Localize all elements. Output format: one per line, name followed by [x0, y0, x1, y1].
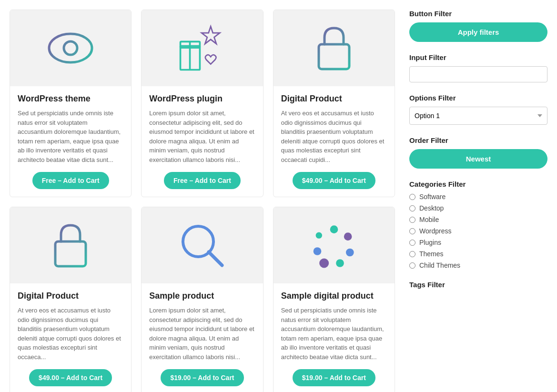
product-title-wp-theme: WordPress theme	[18, 94, 123, 104]
product-title-digital-product-2: Digital Product	[18, 291, 123, 301]
radio-input-child-themes[interactable]	[409, 262, 415, 269]
add-to-cart-btn-sample-product[interactable]: $19.00 – Add to Cart	[161, 369, 243, 386]
radio-input-themes[interactable]	[409, 251, 415, 257]
button-filter-section: Button Filter Apply filters	[409, 10, 547, 42]
order-filter-section: Order Filter Newest	[409, 136, 547, 169]
category-radio-themes[interactable]: Themes	[409, 250, 547, 258]
product-title-sample-product: Sample product	[149, 291, 255, 301]
product-image-digital-product-2	[10, 207, 131, 283]
add-to-cart-btn-wp-plugin[interactable]: Free – Add to Cart	[164, 172, 241, 189]
svg-line-9	[209, 252, 222, 265]
product-desc-digital-product-1: At vero eos et accusamus et iusto odio d…	[281, 109, 387, 164]
svg-rect-6	[319, 44, 349, 69]
product-title-wp-plugin: WordPress plugin	[149, 94, 255, 104]
svg-point-10	[330, 225, 338, 233]
category-radio-software[interactable]: Software	[409, 193, 547, 201]
categories-filter-label: Categories Filter	[409, 180, 547, 188]
radio-input-software[interactable]	[409, 194, 415, 200]
product-body-digital-product-2: Digital Product At vero eos et accusamus…	[10, 283, 131, 392]
input-filter-label: Input Filter	[409, 53, 547, 61]
input-filter-section: Input Filter	[409, 53, 547, 82]
product-desc-wp-plugin: Lorem ipsum dolor sit amet, consectetur …	[149, 109, 255, 164]
product-title-sample-digital: Sample digital product	[281, 291, 387, 301]
product-image-sample-digital	[273, 207, 395, 283]
sidebar: Button Filter Apply filters Input Filter…	[409, 10, 547, 392]
category-radio-wordpress[interactable]: Wordpress	[409, 227, 547, 235]
svg-point-13	[336, 259, 344, 267]
category-label-child-themes: Child Themes	[419, 261, 460, 269]
svg-point-1	[64, 41, 77, 55]
svg-point-14	[319, 259, 329, 268]
tags-filter-label: Tags Filter	[409, 281, 547, 289]
product-card-digital-product-1: Digital Product At vero eos et accusamus…	[273, 10, 395, 197]
product-desc-wp-theme: Sed ut perspiciatis unde omnis iste natu…	[18, 109, 123, 164]
radio-input-plugins[interactable]	[409, 240, 415, 246]
product-body-digital-product-1: Digital Product At vero eos et accusamus…	[273, 86, 395, 197]
product-body-sample-digital: Sample digital product Sed ut perspiciat…	[273, 283, 395, 392]
svg-marker-5	[202, 27, 220, 44]
radio-input-mobile[interactable]	[409, 217, 415, 223]
product-card-wp-theme: WordPress theme Sed ut perspiciatis unde…	[10, 10, 132, 197]
svg-rect-7	[55, 241, 86, 266]
product-image-wp-plugin	[142, 10, 263, 86]
product-title-digital-product-1: Digital Product	[281, 94, 387, 104]
categories-radio-group: SoftwareDesktopMobileWordpressPluginsThe…	[409, 193, 547, 269]
svg-point-0	[49, 34, 92, 62]
category-radio-desktop[interactable]: Desktop	[409, 204, 547, 212]
options-select-wrapper: Option 1 Option 2 Option 3	[409, 107, 547, 125]
add-to-cart-btn-wp-theme[interactable]: Free – Add to Cart	[32, 172, 109, 189]
product-desc-digital-product-2: At vero eos et accusamus et iusto odio d…	[18, 306, 123, 362]
product-image-sample-product	[142, 207, 263, 283]
product-card-sample-product: Sample product Lorem ipsum dolor sit ame…	[141, 207, 263, 392]
newest-button[interactable]: Newest	[409, 149, 547, 169]
options-filter-label: Options Filter	[409, 94, 547, 102]
category-label-desktop: Desktop	[419, 204, 444, 212]
svg-point-12	[346, 249, 354, 257]
options-filter-section: Options Filter Option 1 Option 2 Option …	[409, 94, 547, 125]
add-to-cart-btn-digital-product-1[interactable]: $49.00 – Add to Cart	[293, 172, 375, 189]
categories-filter-section: Categories Filter SoftwareDesktopMobileW…	[409, 180, 547, 269]
category-radio-mobile[interactable]: Mobile	[409, 216, 547, 223]
product-card-wp-plugin: WordPress plugin Lorem ipsum dolor sit a…	[141, 10, 263, 197]
svg-point-11	[344, 232, 352, 241]
input-filter-field[interactable]	[409, 66, 547, 82]
product-card-sample-digital: Sample digital product Sed ut perspiciat…	[273, 207, 395, 392]
product-body-wp-plugin: WordPress plugin Lorem ipsum dolor sit a…	[142, 86, 263, 197]
add-to-cart-btn-sample-digital[interactable]: $19.00 – Add to Cart	[293, 369, 375, 386]
add-to-cart-btn-digital-product-2[interactable]: $49.00 – Add to Cart	[29, 369, 112, 386]
radio-input-wordpress[interactable]	[409, 228, 415, 234]
category-label-wordpress: Wordpress	[419, 227, 451, 235]
product-card-digital-product-2: Digital Product At vero eos et accusamus…	[10, 207, 132, 392]
product-desc-sample-product: Lorem ipsum dolor sit amet, consectetur …	[149, 306, 255, 362]
category-radio-plugins[interactable]: Plugins	[409, 239, 547, 246]
svg-point-16	[315, 232, 322, 239]
tags-filter-section: Tags Filter	[409, 281, 547, 293]
products-grid: WordPress theme Sed ut perspiciatis unde…	[10, 10, 395, 392]
product-body-sample-product: Sample product Lorem ipsum dolor sit ame…	[142, 283, 263, 392]
apply-filters-button[interactable]: Apply filters	[409, 22, 547, 42]
svg-point-15	[313, 247, 321, 255]
radio-input-desktop[interactable]	[409, 205, 415, 211]
product-image-wp-theme	[10, 10, 131, 86]
options-select[interactable]: Option 1 Option 2 Option 3	[409, 107, 547, 125]
order-filter-label: Order Filter	[409, 136, 547, 144]
product-image-digital-product-1	[273, 10, 395, 86]
category-label-themes: Themes	[419, 250, 444, 258]
category-label-software: Software	[419, 193, 446, 201]
product-desc-sample-digital: Sed ut perspiciatis unde omnis iste natu…	[281, 306, 387, 362]
category-label-mobile: Mobile	[419, 216, 439, 223]
button-filter-label: Button Filter	[409, 10, 547, 18]
category-radio-child-themes[interactable]: Child Themes	[409, 261, 547, 269]
category-label-plugins: Plugins	[419, 239, 441, 246]
product-body-wp-theme: WordPress theme Sed ut perspiciatis unde…	[10, 86, 131, 197]
